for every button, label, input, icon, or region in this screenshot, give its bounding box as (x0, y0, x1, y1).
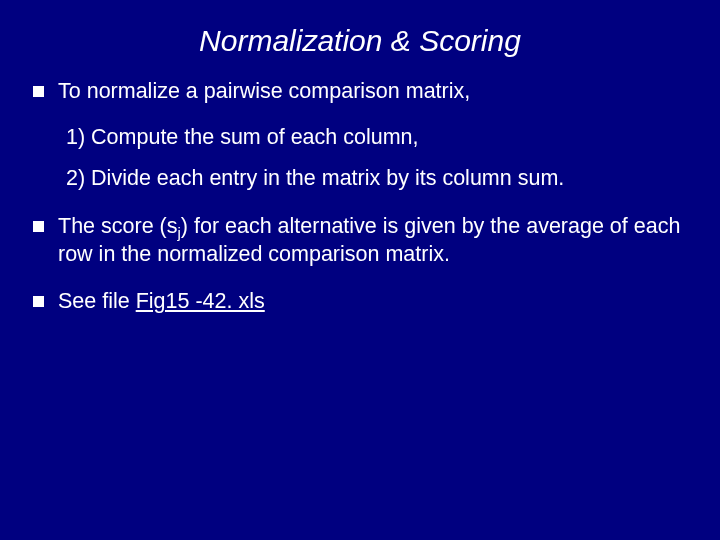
bullet-2: The score (sj) for each alternative is g… (30, 213, 690, 268)
file-link[interactable]: Fig15 -42. xls (136, 289, 265, 313)
bullet-3-pre: See file (58, 289, 136, 313)
slide-title: Normalization & Scoring (30, 24, 690, 58)
bullet-list: To normalize a pairwise comparison matri… (30, 78, 690, 316)
bullet-2-pre: The score (s (58, 214, 177, 238)
slide: Normalization & Scoring To normalize a p… (0, 0, 720, 540)
bullet-3: See file Fig15 -42. xls (30, 288, 690, 316)
bullet-1-text: To normalize a pairwise comparison matri… (58, 79, 470, 103)
bullet-1: To normalize a pairwise comparison matri… (30, 78, 690, 193)
bullet-1-sub-2: 2) Divide each entry in the matrix by it… (66, 165, 690, 193)
bullet-1-sub-1: 1) Compute the sum of each column, (66, 124, 690, 152)
